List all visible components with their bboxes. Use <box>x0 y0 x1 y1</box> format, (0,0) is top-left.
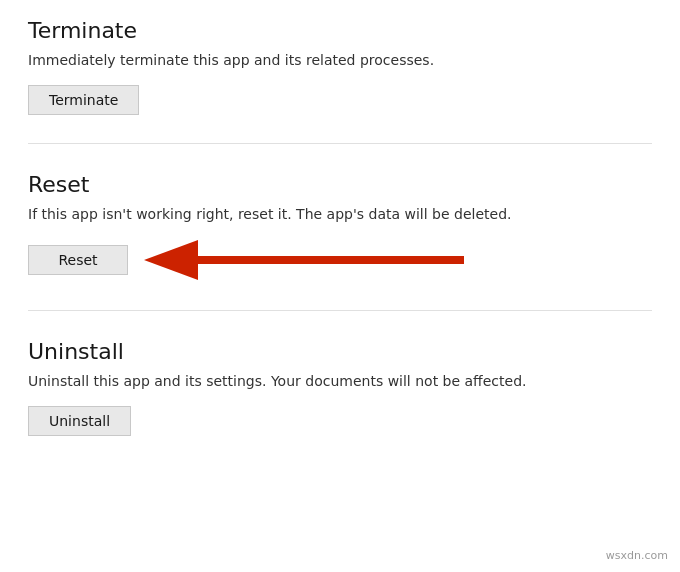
reset-button[interactable]: Reset <box>28 245 128 275</box>
uninstall-section: Uninstall Uninstall this app and its set… <box>28 339 652 436</box>
watermark: wsxdn.com <box>602 547 672 564</box>
reset-arrow-icon <box>136 238 476 282</box>
terminate-section: Terminate Immediately terminate this app… <box>28 18 652 115</box>
uninstall-description: Uninstall this app and its settings. You… <box>28 372 652 392</box>
terminate-title: Terminate <box>28 18 652 43</box>
reset-section: Reset If this app isn't working right, r… <box>28 172 652 283</box>
svg-marker-1 <box>144 240 198 280</box>
terminate-description: Immediately terminate this app and its r… <box>28 51 652 71</box>
main-container: Terminate Immediately terminate this app… <box>0 0 680 482</box>
divider-1 <box>28 143 652 144</box>
reset-arrow-container <box>136 238 476 282</box>
svg-rect-0 <box>196 256 464 264</box>
reset-description: If this app isn't working right, reset i… <box>28 205 652 225</box>
reset-row: Reset <box>28 238 652 282</box>
divider-2 <box>28 310 652 311</box>
uninstall-button[interactable]: Uninstall <box>28 406 131 436</box>
terminate-button[interactable]: Terminate <box>28 85 139 115</box>
reset-title: Reset <box>28 172 652 197</box>
uninstall-title: Uninstall <box>28 339 652 364</box>
